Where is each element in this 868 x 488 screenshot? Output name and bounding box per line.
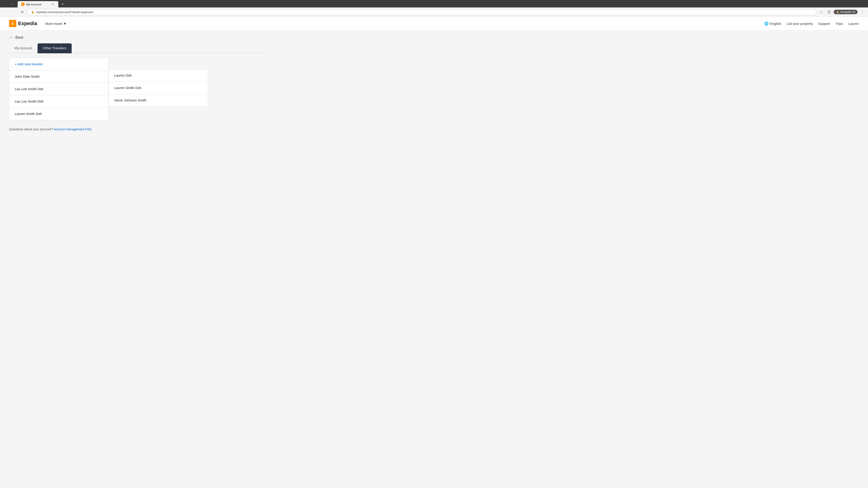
right-traveler-card-0[interactable]: Lauren Deli — [108, 69, 208, 82]
tab-favicon: E — [21, 3, 24, 6]
tab-bar: ‹ › E My Account ✕ + — [0, 0, 868, 7]
chevron-down-icon: ▼ — [63, 22, 66, 26]
address-bar[interactable]: 🔒 expedia.com/user/account/?&selc=paymen… — [27, 9, 816, 15]
page-wrapper: E Expedia More travel ▼ 🌐 English List y… — [0, 17, 868, 478]
right-traveler-name-2: Veron Johnson Smith — [114, 98, 147, 102]
logo-icon: E — [9, 20, 16, 27]
tab-my-account[interactable]: My Account — [9, 43, 37, 53]
site-header: E Expedia More travel ▼ 🌐 English List y… — [0, 17, 868, 31]
traveler-name-0: John Dale Smith — [15, 74, 39, 78]
traveler-name-3: Lauren Smith Deli — [15, 112, 41, 116]
faq-question-text: Questions about your account? — [9, 127, 53, 131]
nav-forward-button[interactable]: → — [11, 9, 17, 15]
add-traveler-text: + Add new traveler — [15, 62, 43, 66]
trips-link[interactable]: Trips — [836, 22, 843, 26]
nav-back-button[interactable]: ← — [3, 9, 9, 15]
incognito-icon: 🕵 — [836, 10, 839, 13]
tabs-row: My Account Other Travelers — [9, 43, 262, 53]
header-right: 🌐 English List your property Support Tri… — [764, 22, 859, 26]
language-selector[interactable]: 🌐 English — [764, 22, 781, 26]
faq-section: Questions about your account? Account ma… — [9, 127, 262, 131]
right-traveler-card-1[interactable]: Lauren Smith Deli — [108, 82, 208, 94]
tab-title: My Account — [26, 3, 49, 6]
browser-forward-button[interactable]: › — [9, 1, 16, 7]
travelers-left-column: + Add new traveler John Dale Smith Lau L… — [9, 58, 108, 120]
tab-close-button[interactable]: ✕ — [51, 2, 55, 6]
travelers-container: + Add new traveler John Dale Smith Lau L… — [9, 58, 208, 120]
right-traveler-name-1: Lauren Smith Deli — [114, 86, 141, 90]
main-content: My Account Other Travelers + Add new tra… — [0, 43, 271, 140]
sidebar-button[interactable]: ☰ — [826, 9, 832, 15]
traveler-card-3[interactable]: Lauren Smith Deli — [9, 108, 108, 120]
more-options-button[interactable]: ⋮ — [859, 9, 865, 15]
incognito-label: Incognito (2) — [840, 10, 855, 13]
traveler-card-1[interactable]: Lau Lee Smith Deli — [9, 83, 108, 95]
url-text: expedia.com/user/account/?&selc=payment — [36, 10, 93, 14]
browser-tab-active[interactable]: E My Account ✕ — [18, 1, 58, 7]
travelers-right-column: Lauren Deli Lauren Smith Deli Veron John… — [108, 58, 208, 120]
back-section: ← Back — [0, 31, 868, 43]
back-arrow-icon[interactable]: ← — [9, 35, 13, 40]
browser-chrome: ‹ › E My Account ✕ + ← → ↻ 🔒 expedia.com… — [0, 0, 868, 17]
incognito-badge: 🕵 Incognito (2) — [834, 10, 858, 14]
list-property-link[interactable]: List your property — [786, 22, 813, 26]
header-left: E Expedia More travel ▼ — [9, 20, 69, 27]
new-tab-button[interactable]: + — [60, 1, 66, 7]
add-traveler-card[interactable]: + Add new traveler — [9, 58, 108, 70]
bookmark-button[interactable]: ☆ — [818, 9, 825, 15]
back-label[interactable]: Back — [16, 35, 24, 39]
browser-back-button[interactable]: ‹ — [2, 1, 8, 7]
globe-icon: 🌐 — [764, 22, 769, 26]
logo-link[interactable]: E Expedia — [9, 20, 37, 27]
more-travel-button[interactable]: More travel ▼ — [42, 20, 69, 27]
traveler-card-2[interactable]: Lau Lee Smith Deli — [9, 95, 108, 108]
reload-button[interactable]: ↻ — [19, 9, 25, 15]
address-bar-actions: ☆ ☰ 🕵 Incognito (2) ⋮ — [818, 9, 865, 15]
traveler-card-0[interactable]: John Dale Smith — [9, 70, 108, 83]
address-bar-row: ← → ↻ 🔒 expedia.com/user/account/?&selc=… — [0, 7, 868, 17]
user-account-link[interactable]: Lauren — [848, 22, 859, 26]
traveler-name-2: Lau Lee Smith Deli — [15, 99, 43, 103]
logo-text: Expedia — [18, 21, 37, 26]
right-traveler-card-2[interactable]: Veron Johnson Smith — [108, 94, 208, 107]
lock-icon: 🔒 — [31, 10, 34, 13]
faq-link[interactable]: Account management FAQ — [54, 127, 92, 131]
traveler-name-1: Lau Lee Smith Deli — [15, 87, 43, 91]
right-traveler-name-0: Lauren Deli — [114, 73, 131, 77]
tab-other-travelers[interactable]: Other Travelers — [37, 43, 72, 53]
support-link[interactable]: Support — [818, 22, 830, 26]
